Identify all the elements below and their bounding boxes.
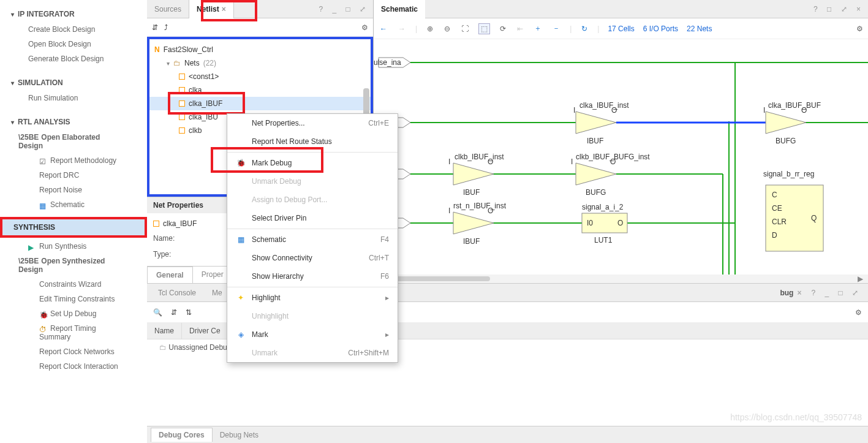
panel-controls[interactable]: ? _ □ ⤢ xyxy=(319,5,369,13)
scrollbar-thumb[interactable] xyxy=(386,276,490,281)
section-rtl[interactable]: RTL ANALYSIS xyxy=(0,114,147,130)
expand-icon[interactable]: ⤴ xyxy=(164,23,168,32)
nav-report-drc[interactable]: Report DRC xyxy=(0,168,147,183)
ctx-show-connectivity[interactable]: Show ConnectivityCtrl+T xyxy=(227,249,398,267)
ctx-mark[interactable]: ◈Mark▸ xyxy=(227,325,398,344)
folder-icon: 🗀 xyxy=(173,59,181,67)
collapse-icon[interactable]: ⇵ xyxy=(171,308,177,317)
tab-tcl-console[interactable]: Tcl Console xyxy=(152,286,202,300)
link-nets[interactable]: 22 Nets xyxy=(687,25,712,33)
nav-report-noise[interactable]: Report Noise xyxy=(0,183,147,197)
link-cells[interactable]: 17 Cells xyxy=(608,25,634,33)
nav-run-sim[interactable]: Run Simulation xyxy=(0,91,147,105)
close-icon[interactable]: × xyxy=(222,5,226,13)
nav-edit-timing[interactable]: Edit Timing Constraints xyxy=(0,292,147,306)
tab-schematic[interactable]: Schematic xyxy=(374,0,425,18)
checklist-icon: ☑ xyxy=(39,157,48,165)
schematic-canvas[interactable]: ulse_ina clka clkb rst_n clka_IBUF_inst … xyxy=(374,39,868,275)
tab-debug[interactable]: bug× xyxy=(774,286,807,300)
nav-create-block[interactable]: Create Block Design xyxy=(0,22,147,37)
back-icon[interactable]: ← xyxy=(379,23,388,34)
ctx-unmark-debug: Unmark Debug xyxy=(227,172,398,191)
ctx-show-hierarchy[interactable]: Show HierarchyF6 xyxy=(227,267,398,286)
th-driver[interactable]: Driver Ce xyxy=(182,323,228,339)
search-icon[interactable]: 🔍 xyxy=(153,308,162,317)
center-tabbar: Sources Netlist× ? _ □ ⤢ xyxy=(147,0,373,18)
nav-report-clk-int[interactable]: Report Clock Interaction xyxy=(0,359,147,374)
ctx-report-route[interactable]: Report Net Route Status xyxy=(227,132,398,151)
svg-text:O: O xyxy=(488,157,493,166)
reload-icon[interactable]: ↻ xyxy=(580,23,589,34)
schematic-svg: ulse_ina clka clkb rst_n clka_IBUF_inst … xyxy=(374,39,868,275)
gear-icon[interactable]: ⚙ xyxy=(856,25,863,33)
prev-icon[interactable]: ⇤ xyxy=(516,23,524,34)
nav-schematic[interactable]: ▦Schematic xyxy=(0,197,147,212)
svg-text:O: O xyxy=(617,219,623,227)
bug-icon: 🐞 xyxy=(236,159,246,167)
add-icon[interactable]: ＋ xyxy=(533,22,543,35)
nav-report-timing[interactable]: ⏱Report Timing Summary xyxy=(0,321,147,344)
tree-net[interactable]: <const1> xyxy=(149,70,371,83)
link-ioports[interactable]: 6 I/O Ports xyxy=(643,25,678,33)
nav-constraints[interactable]: Constraints Wizard xyxy=(0,277,147,292)
tab-debug-nets[interactable]: Debug Nets xyxy=(213,428,266,442)
schematic-icon: ▦ xyxy=(39,202,48,209)
tree-net-selected[interactable]: clka_IBUF xyxy=(149,97,371,110)
nav-report-clk-net[interactable]: Report Clock Networks xyxy=(0,344,147,359)
panel-controls[interactable]: ? _ □ ⤢ xyxy=(811,289,862,297)
net-icon xyxy=(179,127,185,134)
select-area-icon[interactable]: ⬚ xyxy=(478,23,490,34)
expand-icon[interactable]: ⇅ xyxy=(186,308,192,317)
ctx-highlight[interactable]: ✦Highlight▸ xyxy=(227,289,398,307)
gear-icon[interactable]: ⚙ xyxy=(361,23,368,32)
tab-netlist[interactable]: Netlist× xyxy=(189,0,234,18)
svg-text:rst_n_IBUF_inst: rst_n_IBUF_inst xyxy=(453,202,507,210)
svg-text:I: I xyxy=(448,206,450,215)
svg-text:IBUF: IBUF xyxy=(463,237,480,246)
nav-gen-block[interactable]: Generate Block Design xyxy=(0,51,147,66)
tree-nets-folder[interactable]: ▾ 🗀 Nets (22) xyxy=(149,56,371,70)
close-icon[interactable]: × xyxy=(797,289,801,297)
nav-setup-debug[interactable]: 🐞Set Up Debug xyxy=(0,306,147,321)
forward-icon[interactable]: → xyxy=(397,23,407,34)
tab-sources[interactable]: Sources xyxy=(147,0,189,18)
netlist-toolbar: ⇵ ⤴ ⚙ xyxy=(147,18,373,37)
svg-text:I0: I0 xyxy=(587,219,593,227)
zoom-fit-icon[interactable]: ⛶ xyxy=(460,23,470,34)
th-name[interactable]: Name xyxy=(147,323,182,339)
net-icon xyxy=(179,100,185,107)
tab-me[interactable]: Me xyxy=(206,286,228,300)
nav-report-meth[interactable]: ☑Report Methodology xyxy=(0,153,147,168)
ctx-net-properties[interactable]: Net Properties...Ctrl+E xyxy=(227,114,398,132)
chevron-down-icon: ▾ xyxy=(167,60,170,67)
section-ip-integrator[interactable]: IP INTEGRATOR xyxy=(0,6,147,22)
panel-controls[interactable]: ? □ ⤢ × xyxy=(813,5,864,13)
section-synthesis[interactable]: SYNTHESIS xyxy=(2,219,145,235)
ctx-unhighlight: Unhighlight xyxy=(227,307,398,325)
gear-icon[interactable]: ⚙ xyxy=(855,308,862,317)
zoom-out-icon[interactable]: ⊖ xyxy=(443,23,451,34)
ctx-schematic[interactable]: ▦SchematicF4 xyxy=(227,230,398,249)
section-simulation[interactable]: SIMULATION xyxy=(0,75,147,91)
remove-icon[interactable]: － xyxy=(551,22,561,35)
scroll-right-icon[interactable]: ▶ xyxy=(858,275,863,283)
svg-text:clka_IBUF_inst: clka_IBUF_inst xyxy=(579,101,629,110)
selected-net-name: clka_IBUF xyxy=(163,219,197,228)
svg-text:Q: Q xyxy=(811,214,817,222)
tree-top-module[interactable]: N Fast2Slow_Ctrl xyxy=(149,43,371,56)
horizontal-scrollbar[interactable]: ▶ xyxy=(374,275,868,283)
tab-general[interactable]: General xyxy=(147,267,193,283)
zoom-in-icon[interactable]: ⊕ xyxy=(426,23,434,34)
nav-open-elab[interactable]: \25BEOpen Elaborated Design xyxy=(0,130,147,153)
nav-run-synth[interactable]: ▶Run Synthesis xyxy=(0,239,147,254)
left-sidebar: IP INTEGRATOR Create Block Design Open B… xyxy=(0,0,147,443)
tree-net[interactable]: clka xyxy=(149,83,371,97)
nav-open-block[interactable]: Open Block Design xyxy=(0,37,147,51)
refresh-icon[interactable]: ⟳ xyxy=(499,23,507,34)
nav-open-synth[interactable]: \25BEOpen Synthesized Design xyxy=(0,254,147,277)
collapse-icon[interactable]: ⇵ xyxy=(152,23,158,32)
tab-debug-cores[interactable]: Debug Cores xyxy=(151,428,213,442)
svg-text:I: I xyxy=(573,106,575,115)
ctx-mark-debug[interactable]: 🐞Mark Debug xyxy=(227,154,398,172)
ctx-select-driver[interactable]: Select Driver Pin xyxy=(227,209,398,227)
